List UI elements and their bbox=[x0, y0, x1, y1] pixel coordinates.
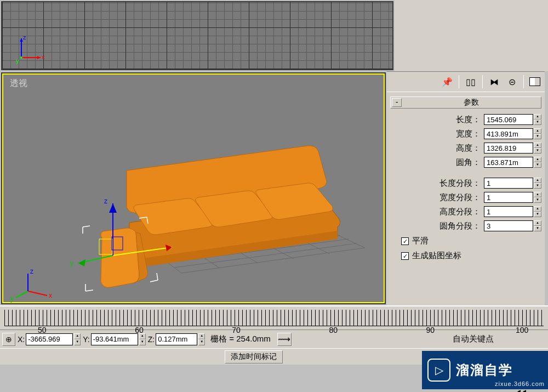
fillet-input[interactable] bbox=[484, 157, 533, 168]
autokey-button[interactable]: 自动关键点 bbox=[453, 334, 494, 344]
param-fillet: 圆角： ▲▼ bbox=[390, 157, 541, 168]
uvw-checkbox-row: ✓ 生成贴图坐标 bbox=[401, 251, 541, 261]
add-time-tag[interactable]: 添加时间标记 bbox=[225, 350, 283, 363]
panel-header[interactable]: - 参数 bbox=[390, 96, 541, 109]
svg-marker-1 bbox=[37, 56, 41, 59]
link-icon[interactable]: ⧓ bbox=[488, 76, 500, 88]
axis-gizmo-top: x z y bbox=[13, 33, 46, 66]
svg-text:z: z bbox=[104, 197, 107, 205]
svg-text:x: x bbox=[42, 54, 45, 60]
timeline[interactable]: 50 60 70 80 90 100 bbox=[0, 305, 548, 329]
panel-toolbar: 📌 ▯▯ ⧓ ⊝ bbox=[387, 71, 545, 92]
spinner-down[interactable]: ▼ bbox=[534, 120, 541, 125]
param-fillet-segs: 圆角分段： ▲▼ bbox=[390, 220, 541, 231]
param-height: 高度： ▲▼ bbox=[390, 143, 541, 154]
spinner-up[interactable]: ▲ bbox=[534, 114, 541, 120]
param-length: 长度： ▲▼ bbox=[390, 114, 541, 125]
perspective-viewport[interactable]: 透视 bbox=[1, 72, 386, 304]
svg-line-31 bbox=[16, 291, 28, 298]
transform-type-icon[interactable]: ⊕ bbox=[2, 333, 15, 346]
svg-text:y: y bbox=[16, 58, 19, 64]
length-segs-input[interactable] bbox=[484, 178, 533, 189]
svg-marker-22 bbox=[78, 259, 85, 266]
svg-text:z: z bbox=[23, 34, 26, 41]
fillet-segs-input[interactable] bbox=[484, 220, 533, 231]
panel-title: 参数 bbox=[402, 98, 541, 107]
param-length-segs: 长度分段： ▲▼ bbox=[390, 178, 541, 189]
svg-text:x: x bbox=[49, 292, 52, 299]
params-body: 长度： ▲▼ 宽度： ▲▼ 高度： ▲▼ 圆角： ▲▼ bbox=[387, 109, 545, 269]
top-viewport[interactable]: x z y bbox=[1, 1, 393, 70]
grid-size-label: 栅格 = 254.0mm bbox=[210, 334, 271, 344]
collapse-button[interactable]: - bbox=[392, 98, 402, 107]
command-panel: 📌 ▯▯ ⧓ ⊝ - 参数 长度： ▲▼ 宽度： ▲▼ bbox=[387, 71, 545, 305]
smooth-checkbox[interactable]: ✓ bbox=[401, 237, 409, 245]
length-input[interactable] bbox=[484, 114, 533, 125]
param-width: 宽度： ▲▼ bbox=[390, 128, 541, 139]
right-panel-top bbox=[395, 0, 548, 71]
width-input[interactable] bbox=[484, 128, 533, 139]
align-icon[interactable]: ▯▯ bbox=[465, 76, 477, 88]
viewport-scene: y z x y z bbox=[3, 75, 387, 306]
param-height-segs: 高度分段： ▲▼ bbox=[390, 206, 541, 217]
height-segs-input[interactable] bbox=[484, 206, 533, 217]
height-input[interactable] bbox=[484, 143, 533, 154]
svg-text:y: y bbox=[10, 295, 14, 303]
svg-text:z: z bbox=[30, 268, 33, 275]
uvw-checkbox[interactable]: ✓ bbox=[401, 252, 409, 260]
smooth-checkbox-row: ✓ 平滑 bbox=[401, 236, 541, 246]
unlink-icon[interactable]: ⊝ bbox=[506, 76, 518, 88]
z-coord-input[interactable] bbox=[156, 333, 197, 345]
width-segs-input[interactable] bbox=[484, 192, 533, 203]
status-bar: ⊕ X: ▲▼ Y: ▲▼ Z: ▲▼ 栅格 = 254.0mm ⟿ 自动关键点 bbox=[0, 329, 548, 348]
param-width-segs: 宽度分段： ▲▼ bbox=[390, 192, 541, 203]
lock-icon[interactable]: ⟿ bbox=[277, 333, 292, 346]
play-logo-icon: ▷ bbox=[427, 359, 450, 382]
svg-line-29 bbox=[28, 291, 47, 296]
y-coord-input[interactable] bbox=[91, 333, 138, 345]
config-icon[interactable] bbox=[529, 77, 540, 86]
pin-icon[interactable]: 📌 bbox=[441, 76, 453, 88]
svg-text:y: y bbox=[70, 259, 73, 267]
svg-marker-25 bbox=[109, 203, 117, 213]
svg-point-6 bbox=[20, 56, 22, 59]
x-coord-input[interactable] bbox=[26, 333, 73, 345]
watermark: ▷ 溜溜自学 zixue.3d66.com bbox=[422, 351, 548, 389]
